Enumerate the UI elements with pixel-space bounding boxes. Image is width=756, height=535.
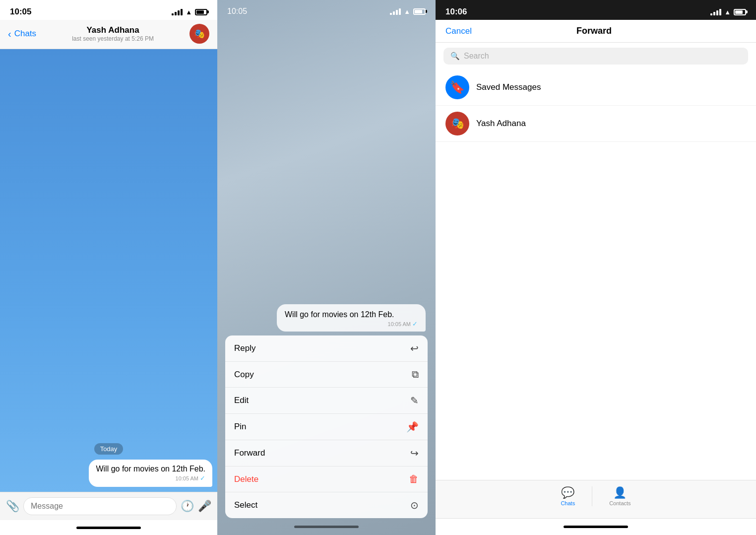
wifi-icon-p2: ▲: [404, 8, 410, 15]
forward-nav: Cancel Forward: [436, 20, 756, 43]
status-icons-panel2: ▲: [390, 8, 426, 15]
search-bar[interactable]: 🔍 Search: [443, 48, 748, 65]
message-card: Will go for movies on 12th Feb. 10:05 AM…: [277, 304, 426, 332]
read-checkmark-p2: ✓: [412, 320, 418, 328]
contact-name: Yash Adhana: [72, 25, 154, 35]
panel2-content-area: Will go for movies on 12th Feb. 10:05 AM…: [217, 304, 436, 535]
copy-icon: ⧉: [412, 369, 419, 380]
input-bar: 📎 🕐 🎤: [0, 492, 217, 520]
contacts-tab-label: Contacts: [609, 500, 630, 506]
avatar-panel1[interactable]: 🎭: [189, 24, 209, 44]
chat-background: Today Will go for movies on 12th Feb. 10…: [0, 49, 217, 492]
bookmark-icon: 🔖: [450, 80, 465, 94]
contact-item-saved[interactable]: 🔖 Saved Messages: [436, 69, 756, 106]
yash-avatar: 🎭: [445, 112, 469, 135]
chat-screen: 10:05 ▲ ‹ Chats Yash Adhana last seen ye…: [0, 0, 217, 535]
contacts-list: 🔖 Saved Messages 🎭 Yash Adhana: [436, 69, 756, 480]
wifi-icon: ▲: [186, 8, 192, 16]
pin-label: Pin: [234, 422, 247, 432]
contact-status: last seen yesterday at 5:26 PM: [72, 35, 154, 42]
chats-tab-icon: 💬: [561, 486, 574, 499]
back-button[interactable]: ‹ Chats: [8, 28, 36, 40]
message-input[interactable]: [23, 497, 177, 515]
chevron-icon: ‹: [8, 28, 11, 40]
status-bar-panel3: 10:06 ▲: [436, 0, 756, 20]
contact-info: Yash Adhana last seen yesterday at 5:26 …: [72, 25, 154, 42]
tab-chats[interactable]: 💬 Chats: [546, 484, 590, 508]
signal-icon: [172, 9, 183, 15]
context-item-copy[interactable]: Copy ⧉: [225, 362, 428, 388]
bottom-tabs: 💬 Chats 👤 Contacts: [436, 480, 756, 518]
context-item-pin[interactable]: Pin 📌: [225, 414, 428, 440]
read-checkmark: ✓: [200, 474, 205, 482]
forward-label: Forward: [234, 448, 265, 458]
time-panel3: 10:06: [445, 7, 467, 17]
status-icons-panel1: ▲: [172, 8, 207, 16]
edit-label: Edit: [234, 396, 249, 405]
message-meta: 10:05 AM ✓: [96, 474, 205, 482]
back-label[interactable]: Chats: [14, 29, 36, 39]
context-item-select[interactable]: Select ⊙: [225, 492, 428, 518]
select-label: Select: [234, 500, 257, 510]
time-panel2: 10:05: [227, 7, 247, 16]
home-indicator-panel2: [217, 518, 436, 535]
search-bar-wrapper: 🔍 Search: [436, 43, 756, 69]
context-item-reply[interactable]: Reply ↩: [225, 335, 428, 362]
signal-icon-p2: [390, 8, 401, 15]
forward-screen: 10:06 ▲ Cancel Forward 🔍 Search 🔖: [436, 0, 756, 535]
message-meta-p2: 10:05 AM ✓: [285, 320, 418, 328]
sticker-icon[interactable]: 🕐: [181, 500, 194, 513]
home-indicator-panel3: [436, 518, 756, 535]
battery-icon-p3: [734, 9, 746, 15]
reply-label: Reply: [234, 343, 255, 353]
signal-icon-p3: [710, 9, 721, 15]
attachment-icon[interactable]: 📎: [6, 500, 19, 513]
wifi-icon-p3: ▲: [724, 8, 731, 16]
message-bubble[interactable]: Will go for movies on 12th Feb. 10:05 AM…: [89, 460, 212, 487]
saved-messages-avatar: 🔖: [445, 75, 469, 99]
battery-icon: [195, 9, 207, 15]
status-bar-panel1: 10:05 ▲: [0, 0, 217, 20]
battery-icon-p2: [413, 8, 426, 15]
contact-item-yash[interactable]: 🎭 Yash Adhana: [436, 106, 756, 142]
nav-bar-panel1: ‹ Chats Yash Adhana last seen yesterday …: [0, 20, 217, 49]
search-placeholder: Search: [464, 52, 489, 61]
microphone-icon[interactable]: 🎤: [198, 500, 211, 513]
message-time: 10:05 AM: [176, 475, 198, 481]
context-item-forward[interactable]: Forward ↪: [225, 440, 428, 467]
search-icon: 🔍: [450, 52, 460, 61]
saved-messages-name: Saved Messages: [476, 82, 541, 92]
message-time-p2: 10:05 AM: [388, 321, 411, 327]
copy-label: Copy: [234, 370, 254, 380]
context-item-delete[interactable]: Delete 🗑: [225, 467, 428, 492]
context-item-edit[interactable]: Edit ✎: [225, 388, 428, 414]
tab-divider: [592, 486, 592, 506]
cancel-button[interactable]: Cancel: [445, 26, 472, 36]
tab-contacts[interactable]: 👤 Contacts: [594, 484, 645, 508]
status-icons-panel3: ▲: [710, 8, 746, 16]
delete-icon: 🗑: [409, 473, 419, 485]
home-bar-p2: [294, 526, 359, 528]
status-bar-panel2: 10:05 ▲: [217, 0, 436, 19]
context-menu-screen: 10:05 ▲ Will go for movies on 12th Feb. …: [217, 0, 436, 535]
tabs-wrapper: 💬 Chats 👤 Contacts: [546, 484, 645, 508]
date-label: Today: [94, 443, 124, 455]
forward-icon: ↪: [410, 447, 419, 459]
message-text-p2: Will go for movies on 12th Feb.: [285, 310, 418, 319]
select-icon: ⊙: [410, 499, 419, 511]
message-text: Will go for movies on 12th Feb.: [96, 465, 205, 473]
time-panel1: 10:05: [10, 7, 31, 17]
forward-title: Forward: [576, 26, 612, 36]
edit-icon: ✎: [410, 395, 419, 406]
home-bar: [76, 527, 141, 529]
home-indicator-panel1: [0, 520, 217, 535]
contacts-tab-icon: 👤: [613, 486, 627, 499]
home-bar-p3: [564, 526, 628, 528]
context-menu: Reply ↩ Copy ⧉ Edit ✎ Pin 📌 Forward ↪ De…: [225, 335, 428, 518]
pin-icon: 📌: [406, 421, 419, 433]
yash-name: Yash Adhana: [476, 119, 526, 129]
reply-icon: ↩: [410, 342, 419, 354]
chats-tab-label: Chats: [561, 500, 575, 506]
delete-label: Delete: [234, 474, 258, 484]
